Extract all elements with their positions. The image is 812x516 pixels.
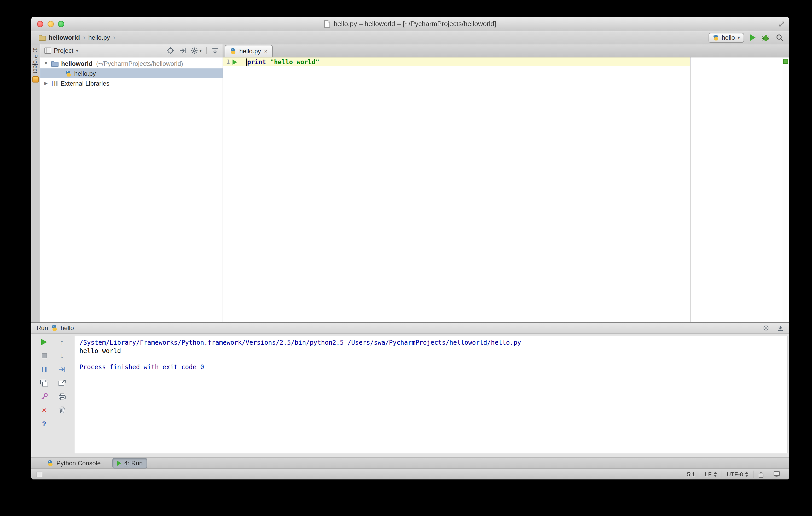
tree-row-hello-py[interactable]: hello.py [40, 68, 223, 78]
lock-icon [758, 471, 764, 478]
rerun-button[interactable] [40, 338, 48, 346]
down-stack-trace-button[interactable]: ↓ [58, 352, 66, 360]
debug-button[interactable] [762, 34, 770, 41]
main-area: 1: Project Project ▾ [31, 44, 789, 322]
editor-tabs: hello.py × [223, 44, 789, 57]
scroll-to-source-icon[interactable] [179, 47, 186, 54]
toolwindow-toggle-icon[interactable] [36, 472, 42, 477]
right-margin-guide [690, 57, 691, 322]
project-toolwindow-button[interactable]: 1: Project [32, 48, 39, 73]
gear-icon[interactable] [762, 324, 770, 332]
chevron-down-icon: ▾ [737, 35, 740, 40]
project-tree: ▼ helloworld (~/PycharmProjects/hellowor… [40, 57, 223, 322]
python-icon [713, 34, 719, 41]
screen-reader-widget[interactable] [768, 470, 785, 478]
stop-button[interactable] [40, 352, 48, 360]
show-console-button[interactable] [40, 378, 48, 387]
python-file-icon [65, 70, 71, 77]
tab-hello-py[interactable]: hello.py × [225, 45, 273, 57]
desktop: hello.py – helloworld – [~/PycharmProjec… [0, 0, 812, 516]
editor-gutter[interactable]: 1 [223, 59, 246, 65]
close-tab-icon[interactable]: × [264, 48, 267, 54]
run-console-output[interactable]: /System/Library/Frameworks/Python.framew… [75, 336, 787, 453]
line-number: 1 [225, 59, 230, 65]
libraries-icon [51, 80, 58, 86]
chevron-down-icon: ▾ [76, 48, 78, 53]
readonly-lock-widget[interactable] [753, 470, 768, 478]
line-ending-label: LF [705, 471, 712, 477]
run-toolwindow-title: Run [36, 324, 48, 332]
console-line: /System/Library/Frameworks/Python.framew… [80, 339, 783, 347]
console-line [80, 355, 783, 363]
gear-icon [191, 47, 198, 54]
status-bar: 5:1 LF UTF-8 [31, 468, 789, 480]
tree-node-path: (~/PycharmProjects/helloworld) [96, 60, 183, 67]
titlebar[interactable]: hello.py – helloworld – [~/PycharmProjec… [31, 17, 789, 31]
attach-debugger-button[interactable] [40, 392, 48, 401]
help-button[interactable]: ? [40, 419, 48, 428]
pycharm-window: hello.py – helloworld – [~/PycharmProjec… [31, 17, 789, 480]
navigation-bar: helloworld › hello.py › hello ▾ [31, 31, 789, 44]
document-icon [324, 20, 330, 27]
code-string: "hello world" [270, 58, 319, 65]
run-toolwindow-header[interactable]: Run hello [31, 323, 789, 334]
project-view-selector[interactable]: Project [54, 47, 74, 54]
run-line-icon[interactable] [233, 59, 237, 64]
run-button[interactable] [750, 34, 756, 41]
tab-label: hello.py [239, 48, 261, 55]
folder-icon [39, 34, 46, 41]
twisty-open-icon[interactable]: ▼ [44, 61, 49, 66]
chevron-right-icon: › [83, 34, 85, 41]
pause-button[interactable] [40, 365, 48, 373]
chevron-updown-icon [745, 472, 748, 477]
monitor-icon [773, 471, 780, 477]
print-button[interactable] [58, 392, 66, 401]
run-controls: hello ▾ [708, 33, 784, 42]
twisty-closed-icon[interactable]: ▶ [44, 81, 49, 86]
settings-group[interactable]: ▾ [191, 47, 202, 54]
locate-icon[interactable] [167, 47, 174, 54]
open-results-button[interactable] [58, 378, 66, 387]
breadcrumb-file[interactable]: hello.py [88, 34, 110, 41]
search-icon[interactable] [776, 34, 784, 41]
resize-grip-icon[interactable] [779, 21, 785, 27]
window-title-group: hello.py – helloworld – [~/PycharmProjec… [31, 17, 789, 31]
code-editor[interactable]: 1 print "hello world" [223, 57, 789, 322]
python-icon [47, 460, 53, 466]
tree-node-name: External Libraries [61, 80, 110, 87]
code-keyword: print [247, 58, 266, 65]
breadcrumb-project[interactable]: helloworld [39, 34, 80, 41]
run-config-name: hello [61, 324, 74, 332]
breadcrumb: helloworld › hello.py › [39, 34, 115, 41]
run-header-toolbar [762, 324, 784, 332]
python-icon [51, 325, 57, 331]
hide-panel-icon[interactable] [777, 325, 784, 331]
project-panel: Project ▾ [40, 44, 223, 322]
line-ending-widget[interactable]: LF [700, 470, 722, 478]
chevron-down-icon: ▾ [199, 48, 202, 53]
up-stack-trace-button[interactable]: ↑ [58, 338, 66, 346]
tree-row-helloworld[interactable]: ▼ helloworld (~/PycharmProjects/hellowor… [40, 59, 223, 68]
chevron-right-icon: › [113, 34, 115, 41]
caret-position-widget[interactable]: 5:1 [682, 470, 700, 478]
encoding-label: UTF-8 [727, 471, 743, 477]
run-configuration-select[interactable]: hello ▾ [708, 33, 744, 42]
python-file-icon [230, 48, 236, 54]
divider [206, 47, 207, 54]
scroll-to-end-button[interactable] [58, 365, 66, 373]
python-console-label: Python Console [56, 459, 100, 467]
tree-row-external-libraries[interactable]: ▶ External Libraries [40, 78, 223, 88]
error-stripe[interactable] [782, 57, 789, 322]
clear-console-button[interactable] [58, 406, 66, 414]
tree-node-name: hello.py [74, 70, 96, 77]
project-panel-toolbar: ▾ [167, 47, 219, 54]
run-toolwindow-button[interactable]: 4: Run [112, 458, 147, 468]
window-title: hello.py – helloworld – [~/PycharmProjec… [334, 20, 496, 28]
encoding-widget[interactable]: UTF-8 [722, 470, 753, 478]
python-console-button[interactable]: Python Console [43, 458, 105, 468]
project-panel-header: Project ▾ [40, 44, 223, 57]
run-icon [117, 460, 121, 465]
hide-panel-icon[interactable] [212, 47, 219, 54]
run-toolbar-col-2: ↑ ↓ [55, 338, 69, 457]
close-button[interactable]: × [40, 406, 48, 414]
